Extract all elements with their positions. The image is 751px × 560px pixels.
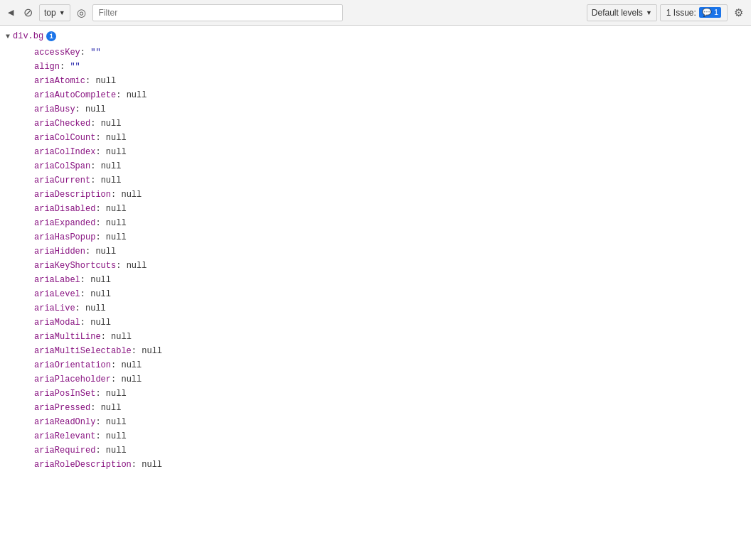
property-colon: : xyxy=(90,161,100,171)
property-value: null xyxy=(85,104,106,114)
property-colon: : xyxy=(101,332,111,342)
property-key: ariaAutoComplete xyxy=(34,90,116,100)
property-key: ariaColSpan xyxy=(34,161,90,171)
info-badge[interactable]: i xyxy=(46,31,56,41)
property-key: ariaLevel xyxy=(34,289,80,299)
property-colon: : xyxy=(111,360,121,370)
levels-label: Default levels xyxy=(592,8,643,18)
property-value: null xyxy=(85,303,106,313)
property-row: ariaDescription: null xyxy=(0,188,751,202)
property-value: null xyxy=(106,147,127,157)
property-key: ariaLabel xyxy=(34,275,80,285)
property-key: ariaPressed xyxy=(34,403,90,413)
property-row: accessKey: "" xyxy=(0,45,751,60)
property-colon: : xyxy=(95,133,105,143)
property-row: ariaMultiSelectable: null xyxy=(0,344,751,358)
levels-button[interactable]: Default levels ▼ xyxy=(587,4,657,21)
property-row: ariaExpanded: null xyxy=(0,216,751,230)
property-key: ariaRoleDescription xyxy=(34,460,132,470)
property-row: ariaColSpan: null xyxy=(0,159,751,173)
property-colon: : xyxy=(90,176,100,185)
properties-panel[interactable]: ▼ div.bg i accessKey: ""align: ""ariaAto… xyxy=(0,26,751,560)
property-value: null xyxy=(90,318,111,328)
property-row: ariaPressed: null xyxy=(0,401,751,415)
block-icon: ⊘ xyxy=(23,6,33,19)
property-row: ariaRequired: null xyxy=(0,443,751,458)
back-button[interactable]: ◀ xyxy=(4,6,17,19)
block-button[interactable]: ⊘ xyxy=(20,4,36,21)
property-value: null xyxy=(101,119,122,129)
element-tag: div.bg xyxy=(13,31,43,41)
property-value: null xyxy=(106,133,127,143)
property-key: ariaBusy xyxy=(34,104,75,114)
property-row: ariaColCount: null xyxy=(0,131,751,145)
property-key: ariaLive xyxy=(34,303,75,313)
property-key: ariaMultiLine xyxy=(34,332,101,342)
property-colon: : xyxy=(80,275,90,285)
element-header[interactable]: ▼ div.bg i xyxy=(0,28,751,45)
properties-list: accessKey: ""align: ""ariaAtomic: nullar… xyxy=(0,45,751,472)
eye-icon: ◎ xyxy=(77,6,86,19)
toolbar: ◀ ⊘ top ▼ ◎ Default levels ▼ 1 Issue: 💬 … xyxy=(0,0,751,26)
property-value: null xyxy=(106,232,127,242)
property-colon: : xyxy=(85,247,95,257)
property-row: ariaKeyShortcuts: null xyxy=(0,259,751,273)
property-row: ariaHasPopup: null xyxy=(0,230,751,244)
property-value: "" xyxy=(90,48,100,58)
chevron-down-icon: ▼ xyxy=(59,9,65,16)
property-key: ariaDisabled xyxy=(34,204,95,214)
property-row: ariaPosInSet: null xyxy=(0,387,751,401)
expand-triangle-icon[interactable]: ▼ xyxy=(6,33,10,41)
property-key: ariaCurrent xyxy=(34,176,90,185)
issue-button[interactable]: 1 Issue: 💬 1 xyxy=(660,4,728,21)
property-value: null xyxy=(101,161,122,171)
property-row: ariaCurrent: null xyxy=(0,173,751,188)
property-row: ariaMultiLine: null xyxy=(0,330,751,344)
property-colon: : xyxy=(95,389,105,399)
context-selector[interactable]: top ▼ xyxy=(39,4,70,21)
property-key: accessKey xyxy=(34,48,80,58)
property-row: ariaAtomic: null xyxy=(0,74,751,88)
eye-button[interactable]: ◎ xyxy=(73,4,90,21)
settings-button[interactable]: ⚙ xyxy=(730,4,747,21)
property-key: ariaPlaceholder xyxy=(34,375,111,384)
property-value: null xyxy=(127,261,147,271)
property-value: null xyxy=(106,389,127,399)
property-row: ariaHidden: null xyxy=(0,244,751,259)
property-row: ariaLevel: null xyxy=(0,287,751,301)
property-value: null xyxy=(106,218,127,228)
property-row: ariaRelevant: null xyxy=(0,429,751,443)
property-value: null xyxy=(95,76,116,86)
property-row: ariaLabel: null xyxy=(0,273,751,287)
property-colon: : xyxy=(95,446,105,456)
property-colon: : xyxy=(75,104,85,114)
property-key: ariaRelevant xyxy=(34,431,95,441)
property-colon: : xyxy=(116,261,126,271)
property-key: ariaColIndex xyxy=(34,147,95,157)
property-key: ariaColCount xyxy=(34,133,95,143)
property-value: "" xyxy=(70,62,80,72)
property-value: null xyxy=(142,460,162,470)
property-colon: : xyxy=(111,190,121,200)
property-colon: : xyxy=(80,289,90,299)
property-value: null xyxy=(121,360,142,370)
property-row: ariaModal: null xyxy=(0,316,751,330)
property-value: null xyxy=(90,275,111,285)
property-value: null xyxy=(90,289,111,299)
property-row: ariaReadOnly: null xyxy=(0,415,751,429)
property-value: null xyxy=(106,417,127,427)
property-colon: : xyxy=(95,204,105,214)
property-colon: : xyxy=(90,403,100,413)
property-key: align xyxy=(34,62,60,72)
property-colon: : xyxy=(111,375,121,384)
property-value: null xyxy=(142,346,162,356)
property-row: ariaRoleDescription: null xyxy=(0,458,751,472)
property-row: ariaDisabled: null xyxy=(0,202,751,216)
filter-input[interactable] xyxy=(92,4,343,21)
property-value: null xyxy=(101,403,122,413)
property-key: ariaExpanded xyxy=(34,218,95,228)
property-row: ariaOrientation: null xyxy=(0,358,751,372)
property-key: ariaKeyShortcuts xyxy=(34,261,116,271)
property-colon: : xyxy=(95,417,105,427)
context-label: top xyxy=(44,8,56,18)
